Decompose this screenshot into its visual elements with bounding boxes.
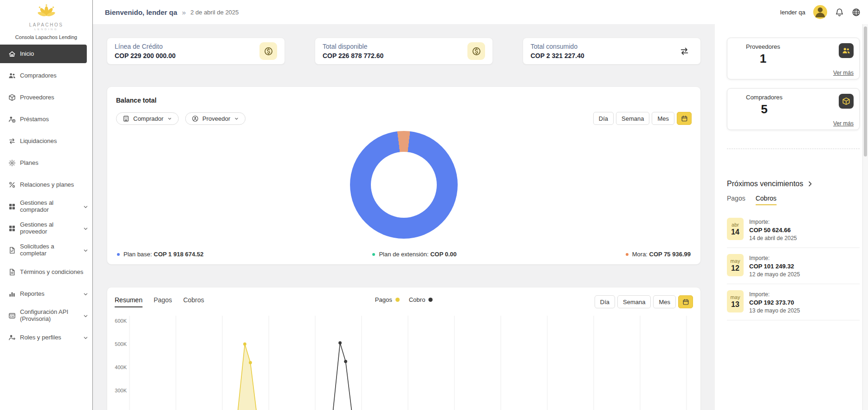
sidebar-item-inicio[interactable]: Inicio — [0, 45, 87, 63]
language-globe-icon[interactable] — [852, 8, 861, 17]
donut-chart-wrap — [116, 131, 692, 239]
vencimiento-details: Importe: COP 101 249.32 12 de mayo de 20… — [749, 254, 800, 278]
building-icon — [123, 115, 130, 122]
sidebar-item-label: Liquidaciones — [20, 138, 89, 145]
gear-icon — [8, 159, 16, 167]
period-dia-button[interactable]: Día — [593, 112, 614, 125]
tab-cobros[interactable]: Cobros — [183, 296, 204, 307]
calendar-button[interactable] — [678, 295, 693, 308]
badge-day: 12 — [731, 264, 739, 273]
ver-mas-link[interactable]: Ver más — [833, 120, 854, 127]
balance-donut-chart — [350, 131, 458, 239]
chart-legend-label: Cobro — [409, 296, 425, 303]
chart-legend-cobro: Cobro — [409, 296, 433, 303]
vencimientos-title: Próximos vencimientos — [727, 180, 860, 188]
balance-title: Balance total — [116, 97, 692, 104]
vertical-scrollbar[interactable] — [862, 24, 868, 410]
users-icon-tile — [839, 43, 854, 58]
summary-card-proveedores: Proveedores 1 Ver más — [727, 38, 860, 79]
filter-comprador[interactable]: Comprador — [116, 112, 179, 125]
chevron-down-icon — [83, 291, 89, 297]
summary-line-chart: 600K500K400K300K — [115, 316, 693, 410]
calendar-button[interactable] — [677, 112, 692, 125]
transfer-icon — [680, 46, 689, 56]
line-chart-svg: 600K500K400K300K — [115, 316, 695, 410]
chevron-down-icon — [83, 226, 89, 232]
sidebar-item-roles-y-perfiles[interactable]: Roles y perfiles — [0, 328, 92, 347]
period-dia-button[interactable]: Día — [595, 295, 615, 308]
bell-icon — [835, 8, 844, 17]
summary-tabs: Resumen Pagos Cobros — [115, 296, 204, 307]
dashed-divider — [727, 149, 860, 149]
summary-card-compradores: Compradores 5 Ver más — [727, 88, 860, 130]
scrollbar-thumb[interactable] — [864, 26, 867, 156]
person-circle-icon — [192, 115, 199, 122]
legend-plan-de-extension: Plan de extensión: COP 0.00 — [372, 251, 456, 258]
sidebar-item-label: Relaciones y planes — [20, 182, 89, 189]
notifications-bell-icon[interactable] — [835, 8, 844, 17]
sidebar-item-label: Roles y perfiles — [20, 334, 78, 341]
breadcrumb: Bienvenido, lender qa » 2 de abril de 20… — [105, 8, 239, 16]
brand-subtitle: LENDING — [0, 28, 92, 31]
period-mes-button[interactable]: Mes — [653, 295, 676, 308]
user-plus-icon — [8, 334, 16, 341]
sidebar-item-planes[interactable]: Planes — [0, 154, 92, 172]
badge-day: 13 — [731, 300, 739, 309]
sidebar-item-label: Préstamos — [20, 116, 89, 123]
vencimientos-chevron-right-icon[interactable] — [806, 180, 814, 188]
tab-pagos[interactable]: Pagos — [154, 296, 172, 307]
sidebar-item-prestamos[interactable]: Préstamos — [0, 110, 92, 129]
period-mes-button[interactable]: Mes — [652, 112, 674, 125]
coin-icon-tile — [259, 42, 277, 60]
vencimiento-item[interactable]: may 13 Importe: COP 192 373.70 13 de may… — [727, 284, 860, 320]
package-icon-tile — [839, 94, 854, 109]
importe-amount: COP 50 624.66 — [749, 227, 797, 234]
breadcrumb-separator: » — [182, 8, 186, 16]
topbar: Bienvenido, lender qa » 2 de abril de 20… — [93, 0, 868, 24]
period-semana-button[interactable]: Semana — [616, 112, 649, 125]
sidebar-item-solicitudes-a-completar[interactable]: Solicitudes a completar — [0, 241, 92, 260]
sidebar-item-compradores[interactable]: Compradores — [0, 66, 92, 85]
sidebar-item-terminos-y-condiciones[interactable]: Términos y condiciones — [0, 263, 92, 281]
vencimiento-item[interactable]: abr 14 Importe: COP 50 624.66 14 de abri… — [727, 212, 860, 248]
sidebar-item-label: Proveedores — [20, 94, 89, 101]
chevron-down-icon — [83, 335, 89, 341]
transfer-icon — [8, 137, 16, 145]
user-avatar[interactable] — [813, 5, 827, 19]
summary-card-info: Compradores 5 — [746, 94, 783, 117]
user-name: lender qa — [780, 9, 805, 16]
summary-header: Resumen Pagos Cobros Pagos Cobro DíaSema… — [115, 295, 693, 308]
coin-icon — [472, 46, 481, 56]
calendar-icon — [681, 115, 688, 122]
vencimiento-item[interactable]: may 12 Importe: COP 101 249.32 12 de may… — [727, 248, 860, 284]
ver-mas-link[interactable]: Ver más — [833, 70, 854, 76]
filter-proveedor[interactable]: Proveedor — [185, 112, 246, 125]
sidebar-item-gestiones-al-comprador[interactable]: Gestiones al comprador — [0, 197, 92, 216]
chevron-down-icon — [83, 313, 89, 319]
doc-check-icon — [8, 247, 16, 254]
summary-card-count: 1 — [746, 52, 780, 66]
legend-text: Plan base: COP 1 918 674.52 — [123, 251, 204, 258]
bar-chart-icon — [8, 290, 16, 298]
sidebar-item-label: Compradores — [20, 72, 89, 79]
sidebar-item-configuracion-api-provisoria[interactable]: Configuración API (Provisoria) — [0, 306, 92, 325]
stat-card-linea-de-credito: Línea de Crédito COP 229 200 000.00 — [107, 38, 285, 65]
sidebar: LAPACHOS LENDING Consola Lapachos Lendin… — [0, 0, 93, 410]
svg-text:500K: 500K — [115, 341, 127, 347]
brand-flower-icon — [32, 4, 61, 21]
main-content: Línea de Crédito COP 229 200 000.00 Tota… — [93, 24, 715, 410]
sidebar-item-relaciones-y-planes[interactable]: Relaciones y planes — [0, 176, 92, 194]
topbar-actions: lender qa — [780, 5, 861, 19]
vencimientos-title-text: Próximos vencimientos — [727, 180, 803, 188]
sidebar-item-proveedores[interactable]: Proveedores — [0, 88, 92, 107]
filter-label: Proveedor — [202, 115, 230, 122]
period-semana-button[interactable]: Semana — [617, 295, 651, 308]
chart-legend-dot — [395, 298, 400, 302]
sidebar-item-reportes[interactable]: Reportes — [0, 285, 92, 303]
vencimientos-tab-pagos[interactable]: Pagos — [727, 195, 745, 205]
right-panel: Proveedores 1 Ver más Compradores 5 Ver … — [715, 24, 862, 410]
sidebar-item-gestiones-al-proveedor[interactable]: Gestiones al proveedor — [0, 219, 92, 238]
tab-resumen[interactable]: Resumen — [115, 296, 143, 307]
sidebar-item-liquidaciones[interactable]: Liquidaciones — [0, 132, 92, 150]
vencimientos-tab-cobros[interactable]: Cobros — [756, 195, 777, 205]
